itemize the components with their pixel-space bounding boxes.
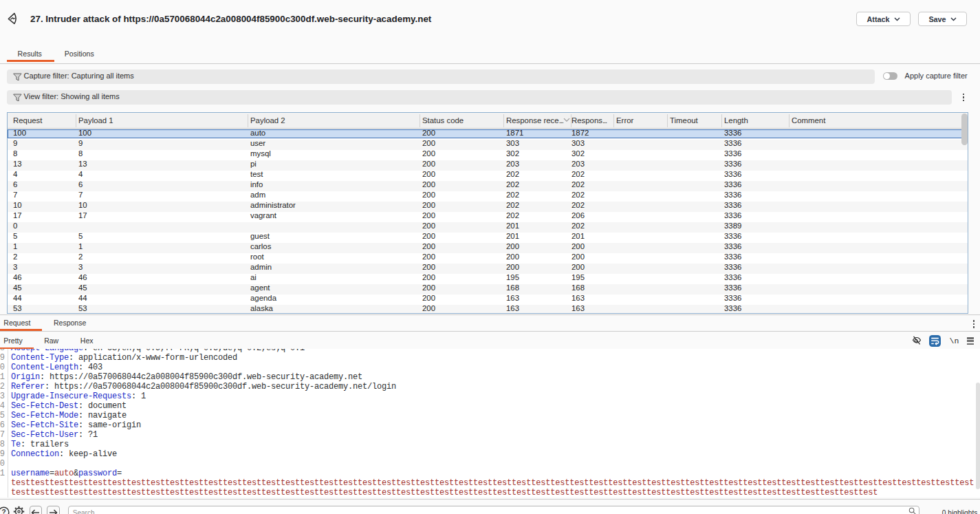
svg-text:?: ? [1,508,6,514]
